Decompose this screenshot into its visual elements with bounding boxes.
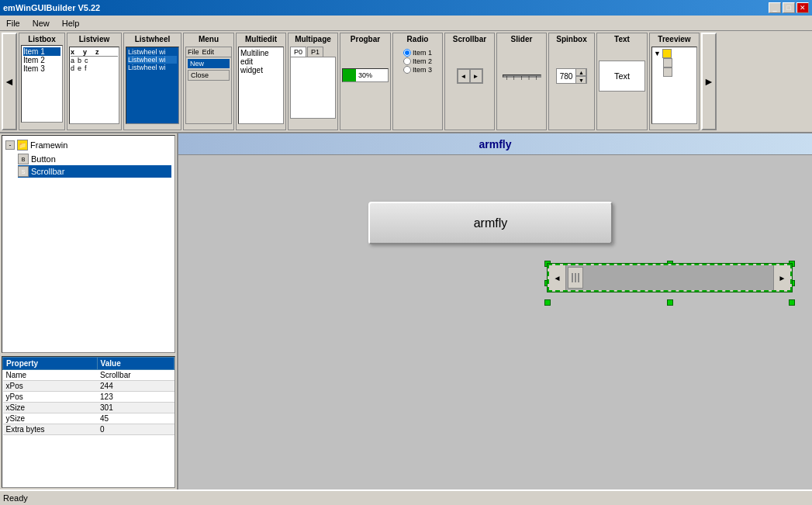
radio-2[interactable] bbox=[403, 57, 411, 65]
tree-folder-icon: 📁 bbox=[17, 140, 28, 150]
listwheel-label: Listwheel bbox=[135, 35, 171, 43]
prop-value: 45 bbox=[97, 413, 174, 424]
text-widget-wrapper: Text bbox=[599, 61, 645, 92]
table-row: ySize45 bbox=[3, 413, 174, 424]
sel-handle-bl[interactable] bbox=[544, 299, 551, 306]
left-panel: - 📁 Framewin B Button S Scrollbar Proper… bbox=[0, 133, 178, 489]
listbox-preview[interactable]: Item 1 Item 2 Item 3 bbox=[21, 45, 63, 123]
slider-label: Slider bbox=[511, 35, 533, 43]
sel-handle-br[interactable] bbox=[789, 299, 795, 306]
thumb-grip bbox=[572, 273, 579, 282]
scroll-left-btn[interactable]: ◄ bbox=[458, 69, 470, 83]
grip-line-3 bbox=[578, 273, 579, 282]
window-controls: _ □ ✕ bbox=[769, 2, 809, 13]
scrollbar-right-button[interactable]: ► bbox=[773, 265, 790, 290]
prop-value: 0 bbox=[97, 424, 174, 435]
file-icon-1 bbox=[663, 58, 672, 67]
menu-file-item: File bbox=[188, 48, 199, 56]
radio-3[interactable] bbox=[403, 66, 411, 74]
lv-col-x: x bbox=[71, 48, 80, 56]
menu-bar: File New Help bbox=[0, 16, 812, 31]
radio-item-1: Item 1 bbox=[403, 49, 432, 57]
slider-dots: ||||| bbox=[503, 75, 541, 80]
canvas-button-widget[interactable]: armfly bbox=[368, 202, 613, 244]
listview-label: Listview bbox=[79, 35, 109, 43]
close-button[interactable]: ✕ bbox=[796, 2, 809, 13]
menu-preview[interactable]: File Edit New Close bbox=[185, 47, 232, 124]
toolbar-nav-left[interactable]: ◄ bbox=[2, 33, 17, 130]
grip-line-2 bbox=[575, 273, 576, 282]
tree-scrollbar[interactable]: S Scrollbar bbox=[18, 165, 171, 178]
section-scrollbar: Scrollbar ◄ ► bbox=[444, 33, 495, 130]
radio-preview[interactable]: Item 1 Item 2 Item 3 bbox=[403, 48, 432, 74]
menu-close-btn[interactable]: Close bbox=[188, 70, 230, 81]
treeview-label: Treeview bbox=[658, 35, 690, 43]
text-widget-preview[interactable]: Text bbox=[599, 61, 645, 92]
prop-value: Scrollbar bbox=[97, 370, 174, 381]
tree-panel: - 📁 Framewin B Button S Scrollbar bbox=[2, 135, 175, 353]
text-section-label: Text bbox=[614, 35, 630, 43]
multiedit-preview[interactable]: Multiline edit widget bbox=[238, 47, 284, 124]
listwheel-item-1: Listwheel wi bbox=[128, 48, 177, 56]
canvas-scrollbar-container[interactable]: ◄ ► bbox=[548, 264, 792, 303]
minimize-button[interactable]: _ bbox=[769, 2, 781, 13]
listbox-item-3: Item 3 bbox=[23, 64, 60, 73]
menu-edit-item: Edit bbox=[202, 48, 215, 56]
table-row: xPos244 bbox=[3, 381, 174, 392]
section-slider: Slider ||||| bbox=[496, 33, 547, 130]
listwheel-preview[interactable]: Listwheel wi Listwheel wi Listwheel wi bbox=[126, 47, 179, 124]
scroll-right-btn[interactable]: ► bbox=[470, 69, 482, 83]
section-multipage: Multipage P0 P1 bbox=[288, 33, 338, 130]
scrollbar-preview[interactable]: ◄ ► bbox=[457, 68, 483, 84]
menu-file[interactable]: File bbox=[3, 18, 23, 29]
treeview-preview[interactable]: ▼ bbox=[651, 47, 697, 124]
tree-framewin[interactable]: - 📁 Framewin bbox=[5, 139, 171, 151]
prop-key: ySize bbox=[3, 413, 98, 424]
section-radio: Radio Item 1 Item 2 Item 3 bbox=[392, 33, 443, 130]
property-table: Property Value NameScrollbarxPos244yPos1… bbox=[2, 357, 174, 435]
tree-button-label: Button bbox=[31, 154, 56, 164]
mp-content bbox=[290, 57, 336, 119]
menu-help[interactable]: Help bbox=[59, 18, 83, 29]
listview-header: x y z bbox=[71, 48, 118, 57]
folder-icon bbox=[662, 49, 672, 58]
slider-wrapper: ||||| bbox=[503, 68, 541, 84]
canvas-inner[interactable]: armfly bbox=[178, 155, 812, 489]
listview-preview[interactable]: x y z a b c d e f bbox=[69, 47, 119, 124]
slider-preview[interactable]: ||||| bbox=[503, 68, 541, 84]
section-treeview: Treeview ▼ bbox=[649, 33, 700, 130]
canvas-title: armfly bbox=[479, 138, 511, 150]
menu-new-btn[interactable]: New bbox=[188, 59, 230, 68]
radio-1[interactable] bbox=[403, 49, 411, 57]
slider-track[interactable]: ||||| bbox=[503, 74, 541, 78]
mp-tab-0[interactable]: P0 bbox=[290, 47, 306, 57]
file-icon-2 bbox=[663, 67, 672, 77]
tree-button[interactable]: B Button bbox=[18, 153, 171, 165]
prop-col-property: Property bbox=[3, 358, 98, 370]
multipage-preview[interactable]: P0 P1 bbox=[290, 47, 336, 119]
table-row: Extra bytes0 bbox=[3, 424, 174, 435]
toolbar-nav-right[interactable]: ► bbox=[701, 33, 717, 130]
spinbox-preview[interactable]: 780 ▲ ▼ bbox=[556, 68, 588, 84]
progbar-preview[interactable]: 30% bbox=[342, 68, 389, 82]
scrollbar-left-button[interactable]: ◄ bbox=[549, 265, 566, 290]
scrollbar-thumb[interactable] bbox=[568, 267, 583, 289]
canvas-area[interactable]: armfly armfly bbox=[178, 133, 812, 489]
tree-child-2 bbox=[663, 67, 695, 77]
prop-value: 301 bbox=[97, 403, 174, 413]
grip-line-1 bbox=[572, 273, 573, 282]
spin-up-btn[interactable]: ▲ bbox=[575, 68, 586, 76]
spin-down-btn[interactable]: ▼ bbox=[575, 76, 586, 84]
mp-tab-1[interactable]: P1 bbox=[307, 47, 323, 57]
maximize-button[interactable]: □ bbox=[783, 2, 795, 13]
prop-value: 123 bbox=[97, 392, 174, 403]
spin-buttons: ▲ ▼ bbox=[575, 68, 586, 84]
section-listbox: Listbox Item 1 Item 2 Item 3 bbox=[19, 33, 65, 130]
tree-framewin-label: Framewin bbox=[30, 140, 67, 150]
scrollbar-track[interactable] bbox=[566, 265, 773, 290]
tree-expand-framewin[interactable]: - bbox=[5, 140, 15, 150]
sel-handle-bc[interactable] bbox=[667, 299, 673, 306]
canvas-button-label: armfly bbox=[474, 216, 508, 230]
canvas-scrollbar-widget[interactable]: ◄ ► bbox=[548, 264, 792, 292]
menu-new[interactable]: New bbox=[29, 18, 53, 29]
